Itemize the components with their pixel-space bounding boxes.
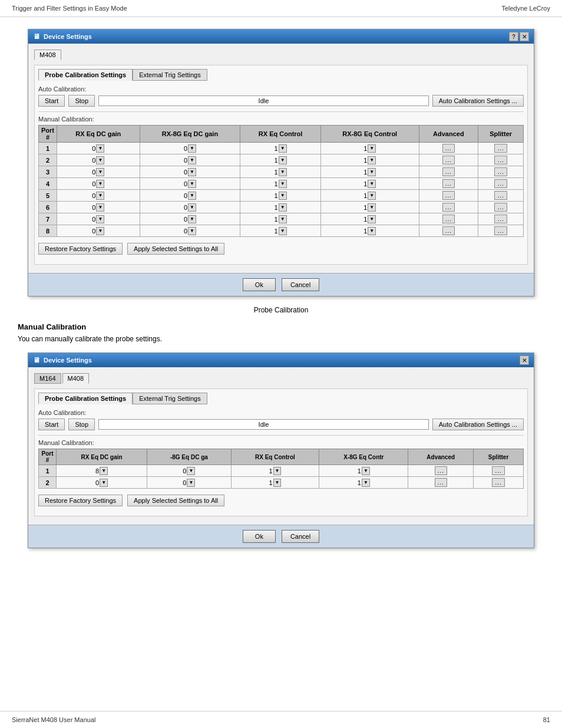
- advanced-button[interactable]: ...: [442, 191, 455, 200]
- page-header: Trigger and Filter Settings in Easy Mode…: [0, 0, 562, 17]
- stop-button-2[interactable]: Stop: [68, 419, 95, 430]
- advanced-button[interactable]: ...: [442, 156, 455, 164]
- dropdown-rx-eq-ctrl[interactable]: ▼: [273, 467, 282, 475]
- tab-ext-trig-2[interactable]: External Trig Settings: [133, 393, 207, 404]
- advanced-button[interactable]: ...: [442, 203, 455, 212]
- cell-rx8g-eq-dc: 0 ▼: [147, 465, 231, 477]
- dropdown-rx8g-eq-dc[interactable]: ▼: [187, 479, 195, 487]
- dialog2-close-button[interactable]: ✕: [520, 355, 529, 365]
- dropdown-rx-eq-ctrl[interactable]: ▼: [273, 479, 282, 487]
- splitter-button[interactable]: ...: [492, 466, 504, 475]
- advanced-button[interactable]: ...: [435, 466, 447, 475]
- cell-port: 6: [39, 202, 57, 213]
- rx8g-eq-dc-value: 0: [184, 180, 187, 187]
- dropdown-rx-eq-dc[interactable]: ▼: [96, 227, 104, 235]
- dropdown-rx-eq-dc[interactable]: ▼: [96, 156, 104, 164]
- cell-rx-eq-dc: 0 ▼: [57, 190, 140, 202]
- splitter-button[interactable]: ...: [494, 144, 507, 153]
- dropdown-rx-eq-ctrl[interactable]: ▼: [279, 156, 287, 164]
- tab-probe-cal-2[interactable]: Probe Calibration Settings: [38, 393, 133, 404]
- rx8g-eq-ctrl-value: 1: [363, 228, 367, 235]
- dropdown-rx-eq-dc[interactable]: ▼: [96, 203, 104, 212]
- dropdown-rx8g-eq-dc[interactable]: ▼: [187, 467, 195, 475]
- dropdown-rx8g-eq-ctrl[interactable]: ▼: [368, 192, 376, 200]
- ok-button-1[interactable]: Ok: [243, 278, 276, 291]
- advanced-button[interactable]: ...: [435, 478, 447, 487]
- start-button[interactable]: Start: [38, 95, 65, 107]
- device-tab-m408[interactable]: M408: [34, 50, 61, 60]
- splitter-button[interactable]: ...: [492, 478, 504, 487]
- dropdown-rx-eq-ctrl[interactable]: ▼: [279, 227, 287, 235]
- dropdown-rx8g-eq-dc[interactable]: ▼: [188, 144, 196, 153]
- cancel-button-2[interactable]: Cancel: [282, 530, 319, 543]
- dropdown-rx-eq-dc[interactable]: ▼: [96, 215, 104, 223]
- calibration-table-1: Port # RX Eq DC gain RX-8G Eq DC gain RX…: [38, 125, 524, 237]
- apply-all-button[interactable]: Apply Selected Settings to All: [127, 243, 224, 255]
- help-button[interactable]: ?: [509, 32, 518, 41]
- device-tab-m408-2[interactable]: M408: [62, 373, 90, 384]
- dropdown-rx8g-eq-ctrl[interactable]: ▼: [362, 467, 370, 475]
- cell-splitter: ...: [478, 225, 524, 237]
- dropdown-rx8g-eq-ctrl[interactable]: ▼: [368, 215, 376, 223]
- cancel-button-1[interactable]: Cancel: [282, 278, 319, 291]
- apply-all-button-2[interactable]: Apply Selected Settings to All: [127, 495, 224, 506]
- dropdown-rx-eq-ctrl[interactable]: ▼: [279, 168, 287, 176]
- dropdown-rx-eq-dc[interactable]: ▼: [96, 168, 104, 176]
- dropdown-rx-eq-dc[interactable]: ▼: [96, 180, 104, 188]
- dialog-2-titlebar-btns: ✕: [520, 355, 529, 365]
- splitter-button[interactable]: ...: [494, 179, 507, 188]
- restore-factory-button-2[interactable]: Restore Factory Settings: [38, 495, 123, 506]
- splitter-button[interactable]: ...: [494, 156, 507, 164]
- divider-2: [38, 435, 524, 436]
- rx8g-eq-ctrl-value: 1: [363, 216, 367, 223]
- splitter-button[interactable]: ...: [494, 191, 507, 200]
- dropdown-rx8g-eq-ctrl[interactable]: ▼: [368, 203, 376, 212]
- dropdown-rx8g-eq-ctrl[interactable]: ▼: [368, 180, 376, 188]
- dropdown-rx-eq-ctrl[interactable]: ▼: [279, 144, 287, 153]
- advanced-button[interactable]: ...: [442, 167, 455, 176]
- splitter-button[interactable]: ...: [494, 167, 507, 176]
- dropdown-rx8g-eq-ctrl[interactable]: ▼: [368, 227, 376, 235]
- manual-cal-label-2: Manual Calibration:: [38, 439, 524, 446]
- dropdown-rx8g-eq-ctrl[interactable]: ▼: [362, 479, 370, 487]
- status-box: Idle: [98, 95, 428, 106]
- dropdown-rx8g-eq-ctrl[interactable]: ▼: [368, 144, 376, 153]
- dropdown-rx8g-eq-ctrl[interactable]: ▼: [368, 168, 376, 176]
- splitter-button[interactable]: ...: [494, 226, 507, 235]
- dropdown-rx8g-eq-dc[interactable]: ▼: [188, 203, 196, 212]
- ok-button-2[interactable]: Ok: [243, 530, 276, 543]
- dropdown-rx-eq-dc[interactable]: ▼: [100, 467, 108, 475]
- rx-eq-dc-value: 0: [92, 228, 95, 235]
- dropdown-rx-eq-dc[interactable]: ▼: [100, 479, 108, 487]
- dropdown-rx8g-eq-dc[interactable]: ▼: [188, 180, 196, 188]
- splitter-button[interactable]: ...: [494, 215, 507, 223]
- dropdown-rx-eq-dc[interactable]: ▼: [96, 144, 104, 153]
- advanced-button[interactable]: ...: [442, 179, 455, 188]
- splitter-button[interactable]: ...: [494, 203, 507, 212]
- advanced-button[interactable]: ...: [442, 226, 455, 235]
- tab-probe-cal[interactable]: Probe Calibration Settings: [38, 69, 133, 81]
- cell-splitter: ...: [478, 213, 524, 225]
- dropdown-rx8g-eq-ctrl[interactable]: ▼: [368, 156, 376, 164]
- col2-advanced: Advanced: [408, 449, 474, 465]
- stop-button[interactable]: Stop: [68, 95, 95, 107]
- auto-cal-settings-button-2[interactable]: Auto Calibration Settings ...: [432, 419, 524, 430]
- device-tab-m164[interactable]: M164: [34, 373, 61, 384]
- advanced-button[interactable]: ...: [442, 144, 455, 153]
- advanced-button[interactable]: ...: [442, 215, 455, 223]
- dropdown-rx8g-eq-dc[interactable]: ▼: [188, 156, 196, 164]
- restore-factory-button[interactable]: Restore Factory Settings: [38, 243, 123, 255]
- dropdown-rx-eq-ctrl[interactable]: ▼: [279, 180, 287, 188]
- dropdown-rx8g-eq-dc[interactable]: ▼: [188, 168, 196, 176]
- start-button-2[interactable]: Start: [38, 419, 65, 430]
- dropdown-rx8g-eq-dc[interactable]: ▼: [188, 192, 196, 200]
- dropdown-rx-eq-ctrl[interactable]: ▼: [279, 215, 287, 223]
- dropdown-rx-eq-dc[interactable]: ▼: [96, 192, 104, 200]
- dropdown-rx-eq-ctrl[interactable]: ▼: [279, 192, 287, 200]
- dropdown-rx-eq-ctrl[interactable]: ▼: [279, 203, 287, 212]
- auto-cal-settings-button[interactable]: Auto Calibration Settings ...: [432, 95, 524, 107]
- dropdown-rx8g-eq-dc[interactable]: ▼: [188, 227, 196, 235]
- close-button[interactable]: ✕: [520, 32, 529, 41]
- tab-ext-trig[interactable]: External Trig Settings: [133, 69, 207, 81]
- dropdown-rx8g-eq-dc[interactable]: ▼: [188, 215, 196, 223]
